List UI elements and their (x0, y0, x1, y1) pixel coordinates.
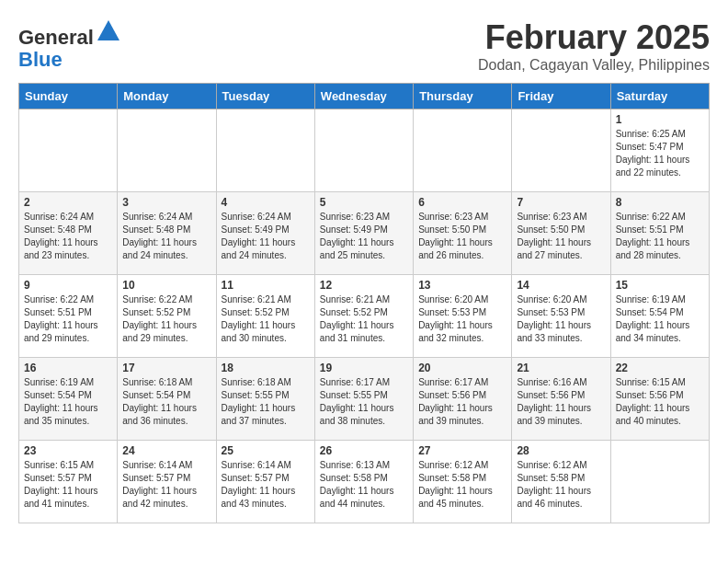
calendar-cell (118, 109, 216, 192)
calendar-table: SundayMondayTuesdayWednesdayThursdayFrid… (18, 83, 710, 523)
calendar-cell: 27Sunrise: 6:12 AM Sunset: 5:58 PM Dayli… (414, 441, 512, 523)
calendar-cell: 22Sunrise: 6:15 AM Sunset: 5:56 PM Dayli… (610, 358, 709, 441)
day-info: Sunrise: 6:25 AM Sunset: 5:47 PM Dayligh… (616, 128, 704, 179)
calendar-cell: 10Sunrise: 6:22 AM Sunset: 5:52 PM Dayli… (118, 275, 216, 358)
day-info: Sunrise: 6:14 AM Sunset: 5:57 PM Dayligh… (122, 459, 210, 511)
calendar-cell: 6Sunrise: 6:23 AM Sunset: 5:50 PM Daylig… (414, 192, 512, 275)
day-header-saturday: Saturday (610, 84, 709, 109)
day-info: Sunrise: 6:18 AM Sunset: 5:54 PM Dayligh… (122, 376, 210, 428)
calendar-cell (610, 441, 709, 523)
day-number: 22 (616, 362, 704, 374)
day-info: Sunrise: 6:23 AM Sunset: 5:49 PM Dayligh… (320, 211, 408, 262)
day-number: 5 (320, 196, 408, 209)
day-info: Sunrise: 6:24 AM Sunset: 5:49 PM Dayligh… (222, 211, 310, 262)
calendar-cell: 21Sunrise: 6:16 AM Sunset: 5:56 PM Dayli… (512, 358, 610, 441)
day-number: 23 (24, 444, 112, 457)
calendar-cell: 23Sunrise: 6:15 AM Sunset: 5:57 PM Dayli… (19, 441, 118, 523)
day-header-tuesday: Tuesday (216, 84, 314, 109)
day-number: 25 (222, 444, 310, 457)
day-info: Sunrise: 6:16 AM Sunset: 5:56 PM Dayligh… (517, 376, 605, 428)
day-number: 9 (24, 279, 112, 292)
day-number: 8 (616, 196, 704, 209)
day-header-monday: Monday (118, 84, 216, 109)
day-info: Sunrise: 6:17 AM Sunset: 5:55 PM Dayligh… (320, 376, 408, 428)
day-number: 14 (517, 279, 605, 292)
calendar-cell: 7Sunrise: 6:23 AM Sunset: 5:50 PM Daylig… (512, 192, 610, 275)
calendar-cell: 1Sunrise: 6:25 AM Sunset: 5:47 PM Daylig… (610, 109, 709, 192)
logo: General Blue (18, 18, 121, 71)
day-number: 10 (122, 279, 210, 292)
calendar-cell (216, 109, 314, 192)
calendar-cell: 16Sunrise: 6:19 AM Sunset: 5:54 PM Dayli… (19, 358, 118, 441)
day-info: Sunrise: 6:12 AM Sunset: 5:58 PM Dayligh… (418, 459, 506, 511)
day-number: 28 (517, 444, 605, 457)
day-info: Sunrise: 6:24 AM Sunset: 5:48 PM Dayligh… (122, 211, 210, 262)
calendar-cell: 18Sunrise: 6:18 AM Sunset: 5:55 PM Dayli… (216, 358, 314, 441)
day-number: 24 (122, 444, 210, 457)
day-number: 15 (616, 279, 704, 292)
day-info: Sunrise: 6:19 AM Sunset: 5:54 PM Dayligh… (616, 293, 704, 345)
day-header-wednesday: Wednesday (314, 84, 413, 109)
calendar-cell: 17Sunrise: 6:18 AM Sunset: 5:54 PM Dayli… (118, 358, 216, 441)
day-number: 11 (222, 279, 310, 292)
page-header: General Blue February 2025 Dodan, Cagaya… (18, 18, 710, 74)
day-number: 19 (320, 362, 408, 374)
day-number: 4 (222, 196, 310, 209)
day-header-friday: Friday (512, 84, 610, 109)
day-info: Sunrise: 6:22 AM Sunset: 5:51 PM Dayligh… (24, 293, 112, 345)
svg-marker-0 (97, 20, 119, 40)
day-info: Sunrise: 6:12 AM Sunset: 5:58 PM Dayligh… (517, 459, 605, 511)
day-number: 3 (122, 196, 210, 209)
calendar-cell: 5Sunrise: 6:23 AM Sunset: 5:49 PM Daylig… (314, 192, 413, 275)
day-info: Sunrise: 6:19 AM Sunset: 5:54 PM Dayligh… (24, 376, 112, 428)
day-number: 2 (24, 196, 112, 209)
calendar-cell: 26Sunrise: 6:13 AM Sunset: 5:58 PM Dayli… (314, 441, 413, 523)
calendar-cell: 13Sunrise: 6:20 AM Sunset: 5:53 PM Dayli… (414, 275, 512, 358)
day-info: Sunrise: 6:15 AM Sunset: 5:56 PM Dayligh… (616, 376, 704, 428)
day-info: Sunrise: 6:21 AM Sunset: 5:52 PM Dayligh… (320, 293, 408, 345)
day-number: 16 (24, 362, 112, 374)
calendar-cell: 15Sunrise: 6:19 AM Sunset: 5:54 PM Dayli… (610, 275, 709, 358)
calendar-cell: 9Sunrise: 6:22 AM Sunset: 5:51 PM Daylig… (19, 275, 118, 358)
calendar-cell (314, 109, 413, 192)
logo-blue-text: Blue (18, 48, 63, 71)
day-info: Sunrise: 6:14 AM Sunset: 5:57 PM Dayligh… (222, 459, 310, 511)
calendar-cell: 25Sunrise: 6:14 AM Sunset: 5:57 PM Dayli… (216, 441, 314, 523)
day-number: 27 (418, 444, 506, 457)
day-info: Sunrise: 6:23 AM Sunset: 5:50 PM Dayligh… (517, 211, 605, 262)
logo-general-text: General (18, 26, 94, 49)
day-info: Sunrise: 6:20 AM Sunset: 5:53 PM Dayligh… (517, 293, 605, 345)
day-info: Sunrise: 6:22 AM Sunset: 5:52 PM Dayligh… (122, 293, 210, 345)
day-number: 26 (320, 444, 408, 457)
day-info: Sunrise: 6:24 AM Sunset: 5:48 PM Dayligh… (24, 211, 112, 262)
logo-icon (96, 18, 121, 44)
day-number: 18 (222, 362, 310, 374)
calendar-cell: 11Sunrise: 6:21 AM Sunset: 5:52 PM Dayli… (216, 275, 314, 358)
day-info: Sunrise: 6:15 AM Sunset: 5:57 PM Dayligh… (24, 459, 112, 511)
day-number: 20 (418, 362, 506, 374)
day-info: Sunrise: 6:22 AM Sunset: 5:51 PM Dayligh… (616, 211, 704, 262)
calendar-cell: 24Sunrise: 6:14 AM Sunset: 5:57 PM Dayli… (118, 441, 216, 523)
calendar-cell: 2Sunrise: 6:24 AM Sunset: 5:48 PM Daylig… (19, 192, 118, 275)
calendar-cell (512, 109, 610, 192)
subtitle: Dodan, Cagayan Valley, Philippines (478, 57, 710, 74)
main-title: February 2025 (478, 18, 710, 57)
calendar-cell: 4Sunrise: 6:24 AM Sunset: 5:49 PM Daylig… (216, 192, 314, 275)
day-number: 7 (517, 196, 605, 209)
calendar-cell: 8Sunrise: 6:22 AM Sunset: 5:51 PM Daylig… (610, 192, 709, 275)
calendar-cell: 14Sunrise: 6:20 AM Sunset: 5:53 PM Dayli… (512, 275, 610, 358)
day-number: 1 (616, 113, 704, 126)
day-info: Sunrise: 6:18 AM Sunset: 5:55 PM Dayligh… (222, 376, 310, 428)
day-header-sunday: Sunday (19, 84, 118, 109)
calendar-cell (414, 109, 512, 192)
calendar-cell: 20Sunrise: 6:17 AM Sunset: 5:56 PM Dayli… (414, 358, 512, 441)
day-info: Sunrise: 6:21 AM Sunset: 5:52 PM Dayligh… (222, 293, 310, 345)
calendar-cell: 19Sunrise: 6:17 AM Sunset: 5:55 PM Dayli… (314, 358, 413, 441)
calendar-cell: 12Sunrise: 6:21 AM Sunset: 5:52 PM Dayli… (314, 275, 413, 358)
day-info: Sunrise: 6:20 AM Sunset: 5:53 PM Dayligh… (418, 293, 506, 345)
day-number: 13 (418, 279, 506, 292)
day-number: 6 (418, 196, 506, 209)
day-number: 21 (517, 362, 605, 374)
calendar-cell (19, 109, 118, 192)
day-info: Sunrise: 6:17 AM Sunset: 5:56 PM Dayligh… (418, 376, 506, 428)
